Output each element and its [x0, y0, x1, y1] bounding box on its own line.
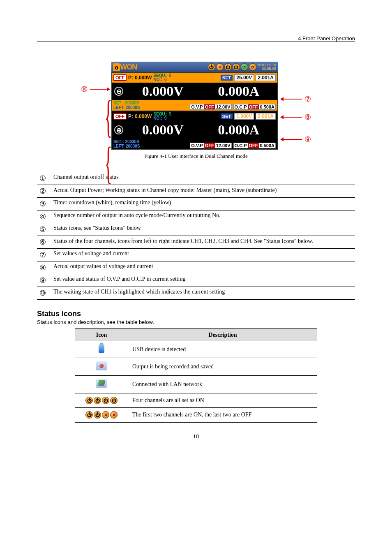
device-panel: o WON ⏻ ✕ ⏻ ⏻ ⟳ ⟳ 2010-12-1000:05:06 OFF…: [111, 62, 278, 150]
table-header: Icon Description: [75, 329, 317, 341]
ch1-set-a: 2.001A: [256, 74, 276, 81]
table-row: Four channels are all set as ON: [75, 393, 317, 408]
icons-head-icon: Icon: [75, 329, 128, 341]
status-icon-3: ⏻: [224, 63, 232, 71]
ch2-ovp: O.V.POFF12.00V: [190, 143, 231, 148]
callout-8: ⑧: [304, 113, 311, 122]
table-row: ⑦Set values of voltage and current: [37, 249, 355, 261]
channel-1-block: OFF P: 0.000W SEQU.: 5 NO.: 0 SET 25.00V…: [111, 72, 278, 111]
description-table: ①Channel output on/off status ②Actual Ou…: [37, 172, 355, 300]
table-row: ⑨Set value and status of O.V.P and O.C.P…: [37, 274, 355, 287]
table-row: Output is being recorded and saved: [75, 358, 317, 376]
status-icons-table: Icon Description USB device is detected …: [75, 328, 317, 423]
ch2-set-label: SET: [221, 113, 233, 119]
status-icon-2: ✕: [216, 63, 224, 71]
logo-o: o: [113, 63, 120, 71]
ch2-seq: SEQU.: 5 NO.: 0: [153, 112, 171, 120]
ch2-ocp: O.C.POFF0.500A: [233, 143, 276, 148]
ch1-timer: SET : 20030S LEFT: 20030S: [113, 101, 140, 110]
ch1-off-pill: OFF: [113, 74, 127, 81]
arrow-7: [281, 99, 302, 99]
lan-icon: [96, 379, 107, 388]
ch1-seq: SEQU.: 5 NO.: 0: [153, 74, 171, 82]
status-icons-sub: Status icons and description, see the ta…: [37, 319, 355, 325]
table-row: ④Sequence number of output in auto cycle…: [37, 210, 355, 223]
ch2-voltage: 0.000V: [127, 122, 199, 138]
ch2-current: 0.000A: [203, 122, 275, 138]
table-row: ⑥Status of the four channels, icons from…: [37, 236, 355, 249]
ch2-p-label: P:: [128, 113, 133, 119]
status-icon-6: ⟳: [249, 63, 256, 71]
logo-won: WON: [120, 63, 137, 72]
ch1-ovp: O.V.POFF12.00V: [190, 104, 231, 110]
header-rule: [37, 42, 355, 42]
table-row: ②Actual Output Power; Working status in …: [37, 185, 355, 198]
ch1-row-prot: SET : 20030S LEFT: 20030S O.V.POFF12.00V…: [112, 100, 277, 111]
status-icon-5: ⟳: [241, 63, 248, 71]
usb-icon: [99, 345, 104, 353]
brace-ch1: {: [104, 97, 112, 136]
arrow-10: [90, 89, 110, 90]
table-row: ⑧Actual output values of voltage and cur…: [37, 261, 355, 274]
ch2-p-value: 0.000W: [135, 113, 152, 119]
page-header: 4.Front Panel Operation: [37, 35, 355, 42]
ch2-off-pill: OFF: [113, 113, 127, 120]
icons-head-desc: Description: [128, 329, 317, 341]
arrow-8: [281, 117, 302, 118]
ch2-set-v: 1.000V: [234, 113, 254, 120]
status-icons-section: Status Icons Status icons and descriptio…: [37, 310, 355, 423]
four-on-icon: [79, 397, 124, 404]
logo: o WON: [113, 63, 137, 72]
table-row: ⑤Status icons, see "Status Icons" below: [37, 223, 355, 236]
callout-7: ⑦: [304, 95, 311, 104]
ch1-set-v: 25.00V: [234, 74, 254, 81]
ch2-row-set: OFF P: 0.000W SEQU.: 5 NO.: 0 SET 1.000V…: [112, 111, 277, 121]
ch2-symbol-plus: ⊕: [114, 125, 123, 134]
ch1-symbol-minus: ⊖: [114, 87, 123, 96]
table-row: The first two channels are ON, the last …: [75, 408, 317, 423]
titlebar: o WON ⏻ ✕ ⏻ ⏻ ⟳ ⟳ 2010-12-1000:05:06: [111, 62, 278, 72]
status-icon-1: ⏻: [208, 63, 215, 71]
ch2-readout: ⊕ 0.000V 0.000A: [112, 121, 277, 139]
ch1-p-label: P:: [128, 75, 133, 81]
table-row: USB device is detected: [75, 341, 317, 358]
table-row: ①Channel output on/off status: [37, 172, 355, 185]
arrow-9: [281, 139, 302, 140]
brace-ch2: {: [104, 144, 112, 183]
figure-wrap: ① ② ③ ④ ⑤ ⑥ ⑩ { { ⑦ ⑧ ⑨ o WON: [81, 62, 311, 160]
callout-9: ⑨: [304, 135, 311, 144]
status-icon-4: ⏻: [233, 63, 240, 71]
record-icon: [96, 361, 107, 370]
status-icons-title: Status Icons: [37, 310, 355, 318]
ch1-row-set: OFF P: 0.000W SEQU.: 5 NO.: 0 SET 25.00V…: [112, 73, 277, 83]
ch1-readout: ⊖ 0.000V 0.000A: [112, 83, 277, 100]
table-row: ⑩The waiting state of CH1 is highlighted…: [37, 287, 355, 300]
ch2-timer: SET : 20030S LEFT: 20030S: [113, 139, 140, 148]
ch2-set-a: 2.001A: [256, 113, 276, 120]
table-row: Connected with LAN network: [75, 376, 317, 393]
callout-10: ⑩: [81, 85, 88, 94]
table-row: ③Timer countdown (white), remaining time…: [37, 198, 355, 210]
page-number: 10: [37, 433, 355, 439]
channel-2-block: OFF P: 0.000W SEQU.: 5 NO.: 0 SET 1.000V…: [111, 111, 278, 150]
ch1-p-value: 0.000W: [135, 75, 152, 81]
ch1-voltage: 0.000V: [127, 83, 199, 99]
figure-caption: Figure 4-1 User interface in Dual Channe…: [81, 153, 311, 160]
ch1-ocp: O.C.POFF0.500A: [233, 104, 276, 110]
ch1-current: 0.000A: [203, 83, 275, 99]
ch1-set-label: SET: [221, 75, 233, 81]
two-on-two-off-icon: [79, 411, 124, 419]
ch2-row-prot: SET : 20030S LEFT: 20030S O.V.POFF12.00V…: [112, 139, 277, 149]
datetime: 2010-12-1000:05:06: [257, 63, 276, 71]
